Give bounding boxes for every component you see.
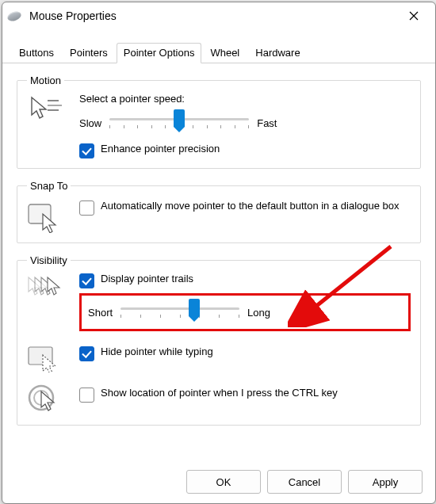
tab-wheel[interactable]: Wheel <box>203 43 247 63</box>
tab-pointers[interactable]: Pointers <box>63 43 115 63</box>
speed-fast-label: Fast <box>257 117 277 129</box>
pointer-trails-checkbox[interactable] <box>79 273 94 288</box>
tab-hardware[interactable]: Hardware <box>248 43 307 63</box>
pointer-trails-slider[interactable] <box>120 300 239 324</box>
cancel-button[interactable]: Cancel <box>267 470 342 494</box>
ctrl-locate-label: Show location of pointer when I press th… <box>101 387 338 400</box>
group-visibility: Visibility Dis <box>17 254 421 426</box>
trails-highlight-box: Short Long <box>79 293 411 331</box>
mouse-icon <box>6 10 23 22</box>
ctrl-locate-checkbox[interactable] <box>79 388 94 403</box>
window-title: Mouse Properties <box>26 10 397 22</box>
tab-buttons[interactable]: Buttons <box>12 43 61 63</box>
snapto-label: Automatically move pointer to the defaul… <box>101 200 400 213</box>
hide-pointer-icon <box>27 344 62 372</box>
pointer-trails-label: Display pointer trails <box>101 273 193 286</box>
group-legend-visibility: Visibility <box>27 254 71 266</box>
tab-pointer-options[interactable]: Pointer Options <box>117 43 202 63</box>
hide-pointer-checkbox[interactable] <box>79 346 94 361</box>
apply-button[interactable]: Apply <box>348 470 423 494</box>
close-icon <box>409 11 419 21</box>
snapto-icon <box>27 201 62 233</box>
group-legend-motion: Motion <box>27 74 64 86</box>
mouse-properties-dialog: Mouse Properties ButtonsPointersPointer … <box>2 2 436 504</box>
pointer-speed-slider[interactable] <box>109 111 249 135</box>
snapto-checkbox[interactable] <box>79 200 94 216</box>
tab-body: Motion Select a pointer speed: <box>2 63 435 426</box>
tab-strip: ButtonsPointersPointer OptionsWheelHardw… <box>2 42 435 63</box>
enhance-precision-checkbox[interactable] <box>79 143 94 158</box>
speed-slow-label: Slow <box>79 117 101 129</box>
enhance-precision-label: Enhance pointer precision <box>101 143 220 156</box>
trails-short-label: Short <box>88 307 113 319</box>
group-motion: Motion Select a pointer speed: <box>17 74 421 169</box>
hide-pointer-label: Hide pointer while typing <box>101 346 213 359</box>
close-button[interactable] <box>397 5 430 27</box>
group-legend-snapto: Snap To <box>27 180 71 192</box>
pointer-speed-label: Select a pointer speed: <box>79 93 411 105</box>
titlebar: Mouse Properties <box>2 2 435 29</box>
group-snapto: Snap To Automatically move pointer to th… <box>17 180 421 243</box>
pointer-speed-icon <box>27 96 63 123</box>
pointer-trails-icon <box>27 276 67 304</box>
dialog-buttons: OK Cancel Apply <box>186 470 423 494</box>
trails-long-label: Long <box>247 307 270 319</box>
ok-button[interactable]: OK <box>186 470 261 494</box>
ctrl-locate-icon <box>27 384 62 415</box>
